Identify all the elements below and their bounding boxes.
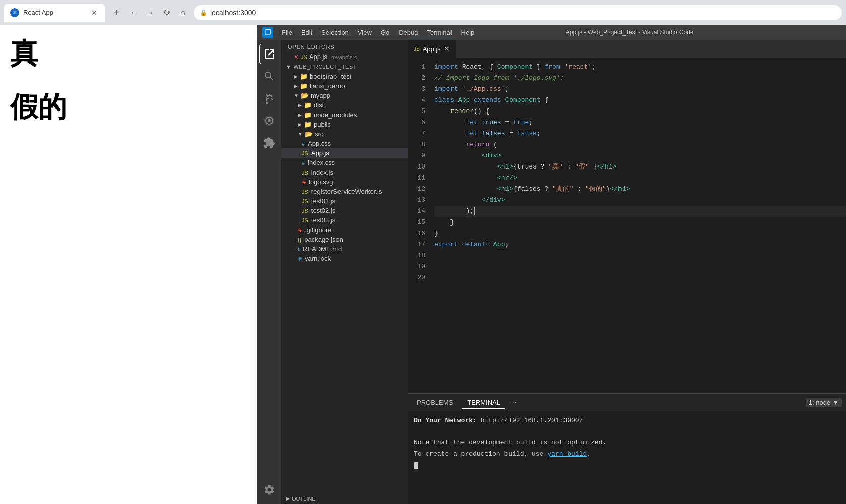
yarn-build-link[interactable]: yarn build (547, 450, 587, 458)
extensions-icon[interactable] (259, 133, 279, 153)
js-file-icon: JS (302, 217, 308, 223)
menu-selection[interactable]: Selection (317, 28, 352, 37)
file-yarn-lock[interactable]: ◈ yarn.lock (281, 254, 408, 263)
line-num-9: 9 (408, 150, 430, 161)
outline-section[interactable]: ▶ OUTLINE (281, 493, 408, 504)
js-file-icon: JS (301, 54, 307, 60)
terminal-line-3: Note that the development build is not o… (414, 437, 840, 449)
folder-bootstrap-test[interactable]: ▶ 📁 bootstrap_test (281, 72, 408, 81)
line-num-7: 7 (408, 128, 430, 139)
file-name: App.css (308, 140, 331, 147)
terminal-selector[interactable]: 1: node ▼ (806, 398, 842, 407)
file-index-css[interactable]: # index.css (281, 158, 408, 167)
code-line-20: export default App; (434, 239, 846, 250)
editor-content[interactable]: 1 2 3 4 5 6 7 8 9 10 11 12 13 14 (408, 58, 846, 393)
file-name: App.js (311, 149, 329, 157)
folder-name: node_modules (314, 111, 357, 119)
terminal-more-button[interactable]: ··· (510, 398, 516, 407)
js-file-icon: JS (302, 150, 308, 156)
css-file-icon: # (302, 160, 305, 166)
line-num-17: 17 (408, 239, 430, 250)
vscode-editor: ❐ File Edit Selection View Go Debug Term… (257, 25, 846, 504)
css-file-icon: # (302, 141, 305, 147)
terminal-content[interactable]: On Your Network: http://192.168.1.201:30… (408, 411, 846, 504)
file-index-js[interactable]: JS index.js (281, 167, 408, 177)
open-editors-label: OPEN EDITORS (281, 40, 408, 52)
file-test01[interactable]: JS test01.js (281, 196, 408, 206)
file-app-js[interactable]: JS App.js (281, 148, 408, 158)
reload-button[interactable]: ↻ (159, 6, 174, 20)
menu-view[interactable]: View (354, 28, 376, 37)
folder-lianxi-demo[interactable]: ▶ 📁 lianxi_demo (281, 81, 408, 91)
address-text: localhost:3000 (210, 9, 256, 17)
line-num-14: 14 (408, 206, 430, 217)
browser-nav: ← → ↻ ⌂ (127, 6, 190, 20)
project-label: WEB_PROJECT_TEST (293, 64, 357, 70)
source-control-icon[interactable] (259, 88, 279, 108)
file-name: index.css (308, 159, 335, 166)
new-tab-button[interactable]: + (109, 6, 123, 20)
line-num-20: 20 (408, 272, 430, 284)
tab-title: React App (23, 9, 86, 16)
back-button[interactable]: ← (127, 6, 141, 20)
project-root[interactable]: ▼ WEB_PROJECT_TEST (281, 62, 408, 72)
line-num-6: 6 (408, 117, 430, 128)
activity-bar (257, 40, 281, 504)
line-num-5: 5 (408, 106, 430, 117)
editor-tabs: JS App.js ✕ (408, 40, 846, 58)
open-editor-appjs[interactable]: ✕ JS App.js myapp\src (281, 52, 408, 62)
tab-problems[interactable]: PROBLEMS (412, 397, 458, 408)
js-file-icon: JS (302, 198, 308, 204)
search-icon[interactable] (259, 66, 279, 86)
folder-myapp[interactable]: ▼ 📂 myapp (281, 91, 408, 100)
folder-name: src (315, 130, 323, 138)
folder-name: public (314, 121, 331, 128)
folder-name: dist (314, 101, 324, 109)
terminal-line-1: On Your Network: http://192.168.1.201:30… (414, 415, 840, 426)
line-num-10: 10 (408, 161, 430, 173)
chinese-fake-text: 假的 (10, 88, 247, 127)
main-area: 真 假的 ❐ File Edit Selection View Go Debug… (0, 25, 846, 504)
file-package-json[interactable]: {} package.json (281, 235, 408, 244)
file-name: test01.js (311, 197, 335, 205)
file-readme[interactable]: ℹ README.md (281, 244, 408, 254)
debug-icon[interactable] (259, 110, 279, 131)
browser-chrome: ⚛ React App ✕ + ← → ↻ ⌂ 🔒 localhost:3000 (0, 0, 846, 25)
tab-appjs[interactable]: JS App.js ✕ (408, 40, 456, 58)
menu-debug[interactable]: Debug (394, 28, 422, 37)
sidebar-bottom: ▶ OUTLINE (281, 493, 408, 504)
svg-file-icon: ◈ (302, 179, 306, 185)
home-button[interactable]: ⌂ (176, 6, 190, 20)
file-app-css[interactable]: # App.css (281, 139, 408, 148)
menu-file[interactable]: File (277, 28, 296, 37)
line-num-12: 12 (408, 184, 430, 195)
terminal-selector-label: 1: node (809, 399, 830, 406)
arrow-icon: ▼ (298, 131, 303, 137)
code-line-17: } (434, 217, 846, 228)
browser-tab[interactable]: ⚛ React App ✕ (4, 4, 105, 22)
tab-close[interactable]: ✕ (444, 45, 450, 53)
menu-terminal[interactable]: Terminal (423, 28, 456, 37)
explorer-icon[interactable] (259, 44, 279, 64)
menu-edit[interactable]: Edit (297, 28, 316, 37)
tab-terminal[interactable]: TERMINAL (462, 397, 505, 409)
settings-icon[interactable] (259, 480, 279, 500)
folder-dist[interactable]: ▶ 📁 dist (281, 100, 408, 110)
folder-src[interactable]: ▼ 📂 src (281, 129, 408, 139)
code-line-13: <hr/> (434, 173, 846, 184)
chinese-true-text: 真 (10, 35, 247, 73)
code-line-16: ); (434, 206, 846, 217)
file-logo-svg[interactable]: ◈ logo.svg (281, 177, 408, 187)
file-gitignore[interactable]: ◈ .gitignore (281, 225, 408, 235)
file-register-sw[interactable]: JS registerServiceWorker.js (281, 187, 408, 196)
menu-help[interactable]: Help (457, 28, 479, 37)
file-test03[interactable]: JS test03.js (281, 215, 408, 225)
line-num-1: 1 (408, 62, 430, 73)
tab-close-button[interactable]: ✕ (90, 8, 99, 17)
folder-node-modules[interactable]: ▶ 📁 node_modules (281, 110, 408, 120)
address-bar[interactable]: 🔒 localhost:3000 (194, 5, 842, 20)
folder-public[interactable]: ▶ 📁 public (281, 120, 408, 129)
file-test02[interactable]: JS test02.js (281, 206, 408, 215)
menu-go[interactable]: Go (377, 28, 393, 37)
forward-button[interactable]: → (143, 6, 157, 20)
